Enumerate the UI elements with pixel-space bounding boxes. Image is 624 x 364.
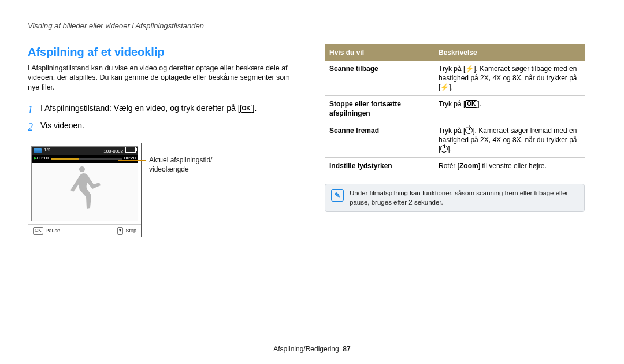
progress-bar <box>51 158 122 160</box>
timer-icon <box>465 127 473 134</box>
mode-chip-icon <box>34 148 42 153</box>
preview-stop-label: Stop <box>125 227 136 234</box>
section-title: Afspilning af et videoklip <box>28 44 299 60</box>
down-keycap-icon: ▾ <box>117 227 123 235</box>
video-preview: 1/2 100-0002 ▶ 00:10 00:20 <box>28 143 142 237</box>
step-2-text: Vis videoen. <box>40 120 299 131</box>
ok-icon: OK <box>465 100 477 108</box>
breadcrumb: Visning af billeder eller videoer i Afsp… <box>28 21 596 31</box>
battery-icon <box>125 147 136 153</box>
timer-icon <box>440 145 448 153</box>
step-number-2: 2 <box>28 120 40 134</box>
bolt-icon: ⚡ <box>440 83 449 92</box>
ok-keycap-icon: OK <box>33 227 43 235</box>
step-number-1: 1 <box>28 103 40 117</box>
divider <box>28 34 596 34</box>
table-head-right: Beskrivelse <box>434 44 585 61</box>
step-1-text: I Afspilningstilstand: Vælg en video, og… <box>40 103 299 114</box>
table-head-left: Hvis du vil <box>325 44 434 61</box>
controls-table: Hvis du vil Beskrivelse Scanne tilbage T… <box>325 44 585 175</box>
table-row: Scanne fremad Tryk på []. Kameraet søger… <box>325 122 585 158</box>
callout: Aktuel afspilningstid/videolængde <box>146 155 212 174</box>
ok-icon: OK <box>240 105 252 113</box>
time-current: 00:10 <box>37 155 49 162</box>
page-footer: Afspilning/Redigering 87 <box>0 344 624 354</box>
preview-index: 1/2 <box>44 147 50 154</box>
table-row: Stoppe eller fortsætte afspilningen Tryk… <box>325 96 585 122</box>
table-row: Scanne tilbage Tryk på [⚡]. Kameraet søg… <box>325 61 585 96</box>
note-text: Under filmafspilning kan funktioner, sås… <box>350 189 578 207</box>
intro-text: I Afspilningstilstand kan du vise en vid… <box>28 64 299 93</box>
note-icon: ✎ <box>331 189 344 202</box>
table-row: Indstille lydstyrken Rotér [Zoom] til ve… <box>325 158 585 174</box>
dancer-silhouette-icon <box>65 163 105 215</box>
note-box: ✎ Under filmafspilning kan funktioner, s… <box>325 184 585 212</box>
preview-pause-label: Pause <box>46 227 61 234</box>
preview-counter: 100-0002 <box>103 148 123 154</box>
bolt-icon: ⚡ <box>465 64 474 73</box>
